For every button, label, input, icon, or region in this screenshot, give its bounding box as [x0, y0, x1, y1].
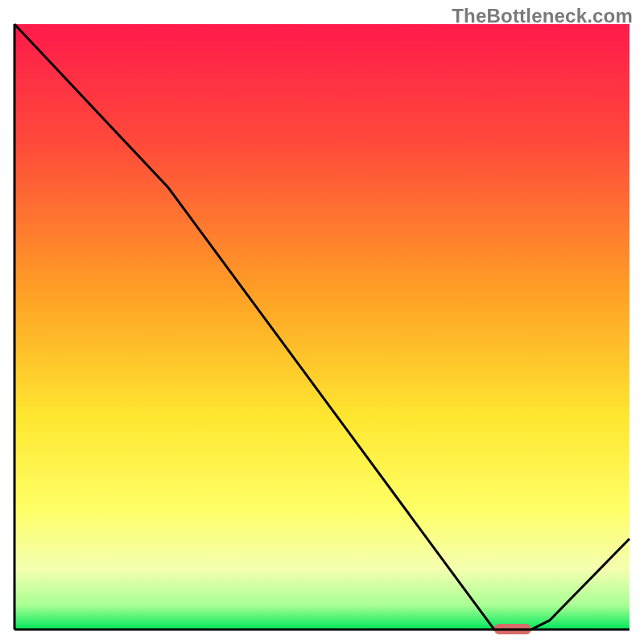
bottleneck-chart: [0, 0, 644, 644]
gradient-background: [14, 24, 630, 630]
chart-container: TheBottleneck.com: [0, 0, 644, 644]
watermark-label: TheBottleneck.com: [452, 5, 633, 27]
